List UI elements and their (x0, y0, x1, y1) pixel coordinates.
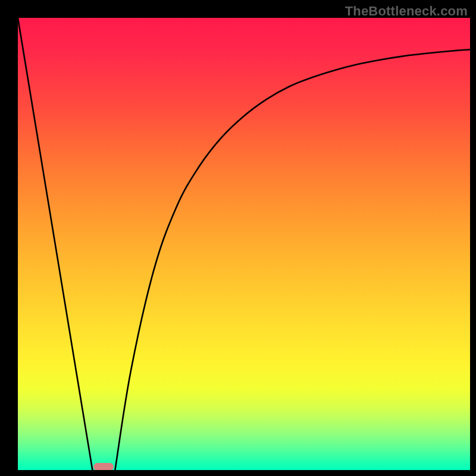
curve-left-segment (18, 18, 92, 470)
notch-marker (93, 463, 114, 470)
chart-frame: TheBottleneck.com (0, 0, 476, 476)
watermark-text: TheBottleneck.com (345, 4, 468, 19)
plot-area (18, 18, 470, 470)
curve-right-segment (115, 49, 470, 470)
curve-layer (18, 18, 470, 470)
